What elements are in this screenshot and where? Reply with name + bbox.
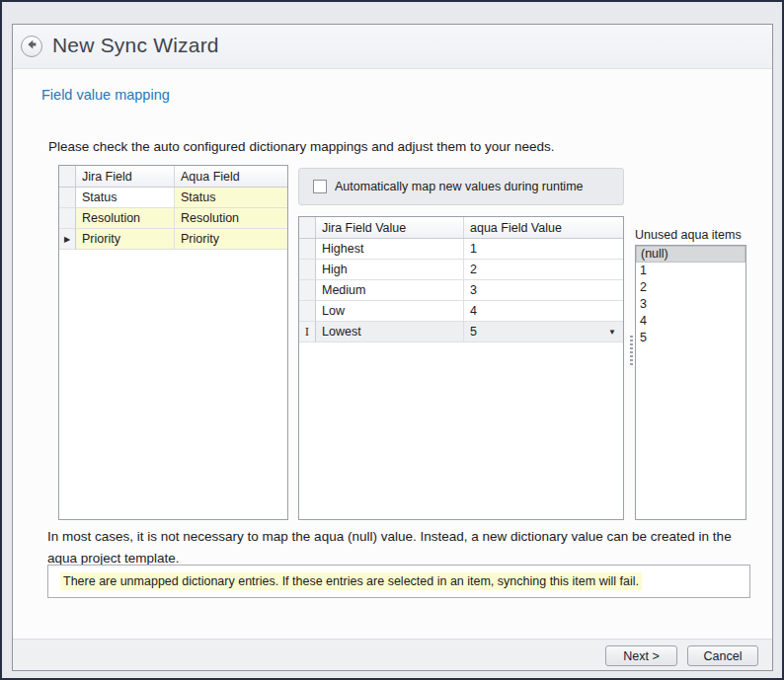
- field-cell-aqua[interactable]: Status: [175, 188, 287, 208]
- dialog-header: New Sync Wizard: [13, 25, 772, 69]
- splitter-grip[interactable]: [630, 336, 633, 367]
- row-header-cell[interactable]: [299, 260, 316, 280]
- unused-items-label: Unused aqua items: [635, 228, 742, 242]
- field-cell-aqua[interactable]: Priority: [175, 229, 287, 250]
- list-item[interactable]: 3: [636, 296, 745, 313]
- table-row: Status Status: [59, 188, 287, 208]
- field-cell-jira[interactable]: Status: [76, 188, 175, 208]
- wizard-dialog: New Sync Wizard Field value mapping Plea…: [12, 24, 773, 671]
- table-row: Highest 1: [299, 239, 623, 260]
- row-header-cell[interactable]: [59, 208, 76, 229]
- row-header-cell[interactable]: I: [299, 322, 316, 342]
- field-table-header-aqua[interactable]: Aqua Field: [175, 166, 287, 187]
- list-item[interactable]: 4: [636, 313, 745, 330]
- instruction-text: Please check the auto configured diction…: [48, 139, 555, 154]
- row-header-cell[interactable]: [59, 188, 76, 208]
- warning-box: There are unmapped dictionary entries. I…: [47, 565, 750, 598]
- row-header-cell[interactable]: ▶: [59, 229, 76, 250]
- value-table-header-jira[interactable]: Jira Field Value: [316, 217, 464, 238]
- edit-cursor-icon: I: [305, 326, 309, 339]
- wizard-window: New Sync Wizard Field value mapping Plea…: [0, 0, 784, 680]
- field-cell-jira[interactable]: Resolution: [76, 208, 175, 229]
- value-table-corner-cell: [299, 217, 316, 238]
- row-header-cell[interactable]: [299, 280, 316, 301]
- window-title: New Sync Wizard: [52, 34, 219, 57]
- cancel-button[interactable]: Cancel: [687, 645, 758, 666]
- next-button[interactable]: Next >: [605, 645, 677, 666]
- table-row: Medium 3: [299, 280, 623, 301]
- runtime-checkbox-label[interactable]: Automatically map new values during runt…: [335, 180, 584, 193]
- field-cell-jira[interactable]: Priority: [76, 229, 175, 250]
- field-cell-aqua[interactable]: Resolution: [175, 208, 287, 229]
- table-row-selected: I Lowest 5 ▼: [299, 322, 623, 342]
- value-table-header-row: Jira Field Value aqua Field Value: [299, 217, 623, 239]
- field-table-header-row: Jira Field Aqua Field: [59, 166, 287, 188]
- hint-text: In most cases, it is not necessary to ma…: [47, 526, 754, 568]
- value-cell-aqua-text: 5: [470, 325, 477, 339]
- value-table-header-aqua[interactable]: aqua Field Value: [464, 217, 623, 238]
- table-row: High 2: [299, 260, 623, 280]
- warning-text: There are unmapped dictionary entries. I…: [60, 572, 642, 590]
- unused-items-list: (null) 1 2 3 4 5: [635, 245, 746, 520]
- field-mapping-table: Jira Field Aqua Field Status Status Reso…: [58, 165, 288, 520]
- value-cell-aqua[interactable]: 4: [464, 301, 623, 322]
- field-table-corner-cell: [59, 166, 76, 187]
- page-title: Field value mapping: [41, 87, 170, 103]
- row-header-cell[interactable]: [299, 301, 316, 322]
- table-row: Resolution Resolution: [59, 208, 287, 229]
- value-mapping-table: Jira Field Value aqua Field Value Highes…: [298, 216, 624, 520]
- value-cell-aqua-editor[interactable]: 5 ▼: [464, 322, 623, 342]
- runtime-checkbox-group: Automatically map new values during runt…: [298, 168, 624, 205]
- list-item[interactable]: 1: [636, 263, 745, 279]
- back-button[interactable]: [21, 36, 42, 57]
- value-cell-jira[interactable]: High: [316, 260, 464, 280]
- value-cell-aqua[interactable]: 3: [464, 280, 623, 301]
- field-table-header-jira[interactable]: Jira Field: [76, 166, 175, 187]
- list-item[interactable]: 5: [636, 330, 745, 346]
- value-cell-aqua[interactable]: 1: [464, 239, 623, 260]
- dropdown-arrow-icon[interactable]: ▼: [608, 328, 616, 337]
- value-cell-jira[interactable]: Medium: [316, 280, 464, 301]
- value-cell-jira[interactable]: Lowest: [316, 322, 464, 342]
- value-cell-jira[interactable]: Low: [316, 301, 464, 322]
- back-arrow-icon: [25, 38, 39, 55]
- list-item[interactable]: (null): [636, 246, 745, 263]
- table-row: ▶ Priority Priority: [59, 229, 287, 250]
- list-item[interactable]: 2: [636, 279, 745, 296]
- runtime-checkbox[interactable]: [313, 180, 327, 193]
- table-row: Low 4: [299, 301, 623, 322]
- value-cell-jira[interactable]: Highest: [316, 239, 464, 260]
- row-header-cell[interactable]: [299, 239, 316, 260]
- dialog-footer: Next > Cancel: [13, 639, 772, 670]
- row-selector-icon: ▶: [64, 235, 70, 244]
- value-cell-aqua[interactable]: 2: [464, 260, 623, 280]
